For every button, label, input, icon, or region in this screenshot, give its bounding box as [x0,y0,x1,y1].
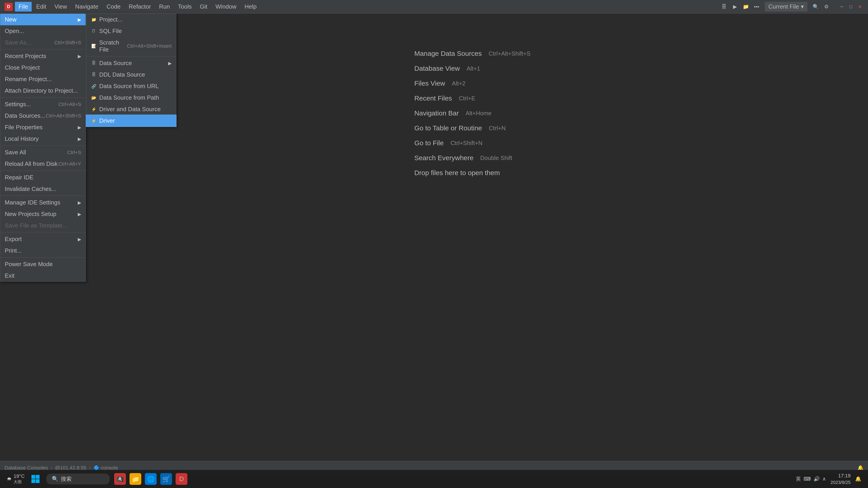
menu-item-new-projects-setup[interactable]: New Projects Setup ▶ [0,208,86,220]
local-history-label: Local History [5,135,39,142]
weather-info: 19°C 大雨 [13,473,25,485]
menu-run[interactable]: Run [156,2,174,11]
more-icon[interactable]: ••• [753,3,760,10]
menu-item-data-sources[interactable]: Data Sources... Ctrl+Alt+Shift+S [0,110,86,122]
menu-refactor[interactable]: Refactor [125,2,154,11]
menu-item-local-history[interactable]: Local History ▶ [0,133,86,144]
menu-code[interactable]: Code [103,2,124,11]
menu-view[interactable]: View [51,2,71,11]
export-arrow: ▶ [78,236,81,242]
menu-item-file-properties[interactable]: File Properties ▶ [0,122,86,133]
menu-item-reload-all[interactable]: Reload All from Disk Ctrl+Alt+Y [0,158,86,170]
new-submenu: 📁 Project... 🗒 SQL File 📝 Scratch File C… [86,13,176,127]
close-button[interactable]: ✕ [856,3,864,10]
submenu-item-data-source-path[interactable]: 📂 Data Source from Path [86,92,176,103]
scratch-file-icon: 📝 [91,43,97,49]
menu-item-print[interactable]: Print... [0,245,86,256]
minimize-button[interactable]: ─ [838,3,845,10]
data-sources-shortcut: Ctrl+Alt+Shift+S [46,113,81,119]
ddl-data-source-label: DDL Data Source [99,71,145,78]
driver-label: Driver [99,117,115,124]
new-submenu-sep [86,56,176,57]
file-menu-dropdown: New ▶ Open... Save As... Ctrl+Shift+S Re… [0,13,86,282]
menu-item-export[interactable]: Export ▶ [0,233,86,245]
volume-icon[interactable]: 🔊 [813,476,819,482]
separator-3 [0,145,86,146]
menu-item-new[interactable]: New ▶ [0,14,86,25]
reload-all-label: Reload All from Disk [5,160,58,167]
windows-start-button[interactable] [29,473,42,485]
menu-item-repair-ide[interactable]: Repair IDE [0,172,86,183]
taskbar-app-browser[interactable]: 🌐 [145,473,157,485]
menu-navigate[interactable]: Navigate [72,2,102,11]
settings-icon[interactable]: ⚙ [823,3,830,10]
keyboard-icon[interactable]: ⌨ [804,476,811,482]
taskbar-app-files[interactable]: 📁 [129,473,141,485]
menu-item-recent-projects[interactable]: Recent Projects ▶ [0,51,86,62]
taskbar-clock[interactable]: 17:19 2023/9/25 [831,473,850,486]
navigation-bar-text: Navigation Bar [414,109,459,117]
menu-help[interactable]: Help [241,2,260,11]
notification-icon[interactable]: 🔔 [855,476,861,482]
taskbar-app-datagrip[interactable]: D [176,473,187,485]
menu-edit[interactable]: Edit [33,2,50,11]
folder-icon[interactable]: 📁 [742,3,749,10]
submenu-item-scratch-file[interactable]: 📝 Scratch File Ctrl+Alt+Shift+Insert [86,37,176,55]
separator-7 [0,257,86,258]
menu-item-manage-ide-settings[interactable]: Manage IDE Settings ▶ [0,197,86,208]
system-tray: 英 ⌨ 🔊 ∧ [796,476,826,482]
menu-item-power-save-mode[interactable]: Power Save Mode [0,258,86,270]
weather-temp: 19°C [13,473,25,479]
run-icon[interactable]: ▶ [731,3,739,10]
weather-desc: 大雨 [13,479,25,485]
submenu-item-ddl-data-source[interactable]: 🗄 DDL Data Source [86,69,176,80]
weather-widget: 🌧 19°C 大雨 [7,473,25,485]
menu-tools[interactable]: Tools [174,2,195,11]
submenu-item-data-source[interactable]: 🗄 Data Source ▶ [86,57,176,69]
recent-files-shortcut: Ctrl+E [459,95,475,102]
titlebar: D File Edit View Navigate Code Refactor … [0,0,868,13]
submenu-item-driver[interactable]: ⚡ Driver [86,115,176,127]
project-icon: 📁 [91,17,97,23]
menu-item-save-as: Save As... Ctrl+Shift+S [0,37,86,48]
menu-window[interactable]: Window [212,2,240,11]
menu-item-settings[interactable]: Settings... Ctrl+Alt+S [0,98,86,110]
main-area: New ▶ Open... Save As... Ctrl+Shift+S Re… [0,13,868,475]
menu-item-open[interactable]: Open... [0,25,86,37]
current-file-button[interactable]: Current File ▾ [765,2,807,11]
recent-projects-label: Recent Projects [5,53,46,60]
menu-item-save-all[interactable]: Save All Ctrl+S [0,147,86,158]
files-view-text: Files View [414,79,445,87]
clock-date: 2023/9/25 [831,479,850,486]
svg-rect-3 [36,479,39,483]
submenu-item-sql-file[interactable]: 🗒 SQL File [86,25,176,37]
drop-files-text: Drop files here to open them [414,169,500,177]
go-to-file-shortcut: Ctrl+Shift+N [451,140,483,147]
search-icon[interactable]: 🔍 [812,3,819,10]
submenu-item-data-source-url[interactable]: 🔗 Data Source from URL [86,80,176,92]
submenu-item-project[interactable]: 📁 Project... [86,14,176,25]
exit-label: Exit [5,272,14,279]
menu-item-exit[interactable]: Exit [0,270,86,282]
menu-file[interactable]: File [15,2,32,11]
menu-git[interactable]: Git [196,2,211,11]
menu-item-rename-project[interactable]: Rename Project... [0,73,86,85]
database-icon[interactable]: 🗄 [720,3,727,10]
content-go-to-file: Go to File Ctrl+Shift+N [414,139,530,147]
language-icon[interactable]: 英 [796,476,801,482]
menu-item-attach-directory[interactable]: Attach Directory to Project... [0,85,86,96]
power-save-mode-label: Power Save Mode [5,261,53,268]
data-source-path-label: Data Source from Path [99,94,159,101]
data-source-label: Data Source [99,60,132,67]
expand-tray-icon[interactable]: ∧ [822,476,826,482]
database-view-shortcut: Alt+1 [467,65,480,72]
taskbar-app-store[interactable]: 🛒 [160,473,172,485]
maximize-button[interactable]: □ [847,3,855,10]
menu-item-invalidate-caches[interactable]: Invalidate Caches... [0,183,86,195]
files-view-shortcut: Alt+2 [452,80,465,87]
submenu-item-driver-and-data-source[interactable]: ⚡ Driver and Data Source [86,103,176,115]
taskbar-search-box[interactable]: 🔍 搜索 [46,474,110,484]
data-source-url-label: Data Source from URL [99,83,159,90]
menu-item-close-project[interactable]: Close Project [0,62,86,73]
taskbar-app-pirate[interactable]: 🏴‍☠️ [114,473,126,485]
